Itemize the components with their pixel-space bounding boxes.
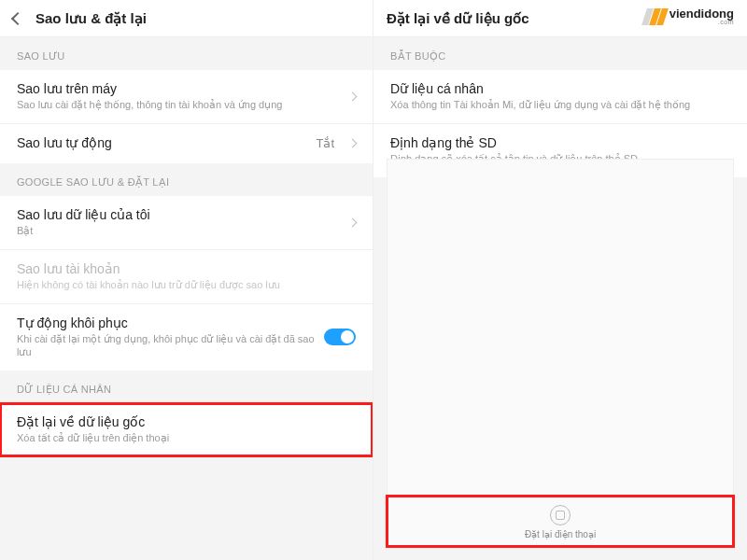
row-title: Sao lưu tự động [17, 135, 316, 150]
back-icon[interactable] [11, 11, 24, 24]
page-title-left: Sao lưu & đặt lại [35, 10, 147, 27]
row-title: Sao lưu tài khoản [17, 261, 356, 276]
row-sub: Hiện không có tài khoản nào lưu trữ dữ l… [17, 278, 356, 292]
row-backup-account: Sao lưu tài khoản Hiện không có tài khoả… [0, 249, 373, 303]
row-title: Dữ liệu cá nhân [390, 81, 730, 96]
reset-button-label: Đặt lại điện thoại [387, 529, 734, 539]
row-sub: Xóa tất cả dữ liệu trên điện thoại [17, 431, 356, 445]
reset-phone-button[interactable]: Đặt lại điện thoại [387, 496, 734, 547]
chevron-right-icon [348, 217, 358, 227]
empty-area [387, 159, 734, 547]
row-sub: Bật [17, 224, 340, 238]
row-title: Đặt lại về dữ liệu gốc [17, 414, 356, 429]
row-value: Tắt [316, 136, 334, 150]
section-label-google: GOOGLE SAO LƯU & ĐẶT LẠI [0, 163, 373, 196]
row-title: Định dạng thẻ SD [390, 135, 730, 150]
toggle-auto-restore[interactable] [324, 329, 356, 345]
row-local-backup[interactable]: Sao lưu trên máy Sao lưu cài đặt hệ thốn… [0, 70, 373, 123]
screen-factory-reset: Đặt lại về dữ liệu gốc BẮT BUỘC Dữ liệu … [374, 0, 747, 560]
row-sub: Xóa thông tin Tài khoản Mi, dữ liệu ứng … [390, 98, 730, 112]
header-left: Sao lưu & đặt lại [0, 0, 373, 37]
row-title: Sao lưu trên máy [17, 81, 340, 96]
section-label-required: BẮT BUỘC [374, 37, 747, 70]
row-title: Sao lưu dữ liệu của tôi [17, 207, 340, 222]
section-label-backup: SAO LƯU [0, 37, 373, 70]
watermark: viendidong .com [641, 6, 738, 27]
watermark-logo-icon [644, 8, 666, 25]
page-title-right: Đặt lại về dữ liệu gốc [387, 10, 529, 27]
row-sub: Khi cài đặt lại một ứng dụng, khôi phục … [17, 332, 317, 360]
section-label-personal: DỮ LIỆU CÁ NHÂN [0, 371, 373, 403]
row-auto-backup[interactable]: Sao lưu tự động Tắt [0, 123, 373, 163]
row-personal-data[interactable]: Dữ liệu cá nhân Xóa thông tin Tài khoản … [374, 70, 747, 123]
row-backup-my-data[interactable]: Sao lưu dữ liệu của tôi Bật [0, 196, 373, 249]
row-sub: Sao lưu cài đặt hệ thống, thông tin tài … [17, 98, 340, 112]
reset-icon [550, 505, 571, 525]
highlight-factory-reset: Đặt lại về dữ liệu gốc Xóa tất cả dữ liệ… [0, 403, 373, 456]
chevron-right-icon [348, 139, 358, 148]
row-title: Tự động khôi phục [17, 315, 317, 330]
row-auto-restore[interactable]: Tự động khôi phục Khi cài đặt lại một ứn… [0, 303, 373, 371]
chevron-right-icon [348, 91, 358, 101]
screen-backup-reset: Sao lưu & đặt lại SAO LƯU Sao lưu trên m… [0, 0, 374, 560]
row-factory-reset[interactable]: Đặt lại về dữ liệu gốc Xóa tất cả dữ liệ… [0, 403, 373, 456]
